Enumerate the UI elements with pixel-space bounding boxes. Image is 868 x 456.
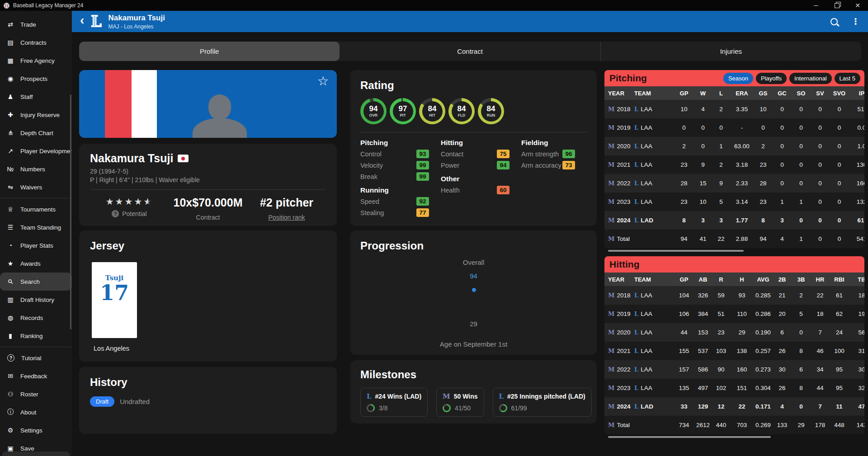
- hitting-hscrollbar[interactable]: [604, 436, 864, 438]
- sidebar-item-waivers[interactable]: ⇋Waivers: [0, 178, 72, 196]
- pitching-row-total: MTotal9441222.88944100541: [604, 230, 864, 248]
- sidebar-item-draft-history[interactable]: ▥Draft History: [0, 291, 72, 309]
- rating-card: Rating 94OVR97PIT84HIT84FLD84RUN Pitchin…: [350, 70, 597, 226]
- sidebar-item-label: Team Standing: [20, 224, 61, 231]
- sidebar-item-depth-chart[interactable]: ⋔Depth Chart: [0, 124, 72, 142]
- hitting-row-2023: M2023LLAA1354971021510.304268449532: [604, 379, 864, 397]
- milestone-team-icon: L: [367, 392, 372, 400]
- restore-icon: [835, 3, 840, 8]
- filter-playoffs[interactable]: Playoffs: [756, 73, 787, 84]
- column-header-2b: 2B: [773, 276, 792, 283]
- sidebar-item-roster[interactable]: ⚇Roster: [0, 385, 72, 403]
- favorite-star-icon[interactable]: ☆: [317, 74, 329, 89]
- stat-row: Arm accuracy73: [521, 160, 587, 171]
- stat-row: Stealing77: [360, 207, 441, 218]
- sidebar-item-records[interactable]: ◍Records: [0, 309, 72, 327]
- tournaments-icon: ♕: [6, 205, 15, 214]
- stat-label: Power: [441, 162, 459, 169]
- tab-injuries[interactable]: Injuries: [601, 42, 861, 61]
- hitting-column-headers: YEARTEAMGPABRHAVG2B3BHRRBITB: [604, 273, 864, 286]
- jersey-card: Jersey Tsuji 17 Los Angeles: [79, 230, 337, 362]
- stat-group-running: Running: [360, 186, 441, 194]
- milestone-card: L#25 Innings pitched (LAD)61/99: [493, 388, 592, 417]
- roster-icon: ⚇: [6, 390, 15, 399]
- pitching-hscrollbar[interactable]: [604, 250, 864, 252]
- column-header-gp: GP: [674, 90, 694, 97]
- column-header-w: W: [694, 90, 712, 97]
- hitting-row-2020: M2020LLAA4415323290.1906072456: [604, 323, 864, 342]
- sidebar-item-team-standing[interactable]: ☰Team Standing: [0, 218, 72, 236]
- sidebar-item-numbers[interactable]: №Numbers: [0, 160, 72, 178]
- stat-group-fielding: Fielding: [521, 139, 587, 147]
- sidebar-item-settings[interactable]: ⚙Settings: [0, 421, 72, 439]
- sidebar-item-trade[interactable]: ⇄Trade: [0, 15, 72, 33]
- filter-last-5[interactable]: Last 5: [835, 73, 860, 84]
- filter-season[interactable]: Season: [723, 73, 753, 84]
- column-header-rbi: RBI: [830, 276, 849, 283]
- back-button[interactable]: ‹: [80, 15, 84, 25]
- hitting-row-2018: M2018LLAA10432659930.285212226118: [604, 286, 864, 305]
- pitching-column-headers: YEARTEAMGPWLERAGSGCSOSVSVOIP: [604, 86, 864, 100]
- player-silhouette-body: [193, 118, 247, 138]
- gauge-fld: 84FLD: [448, 98, 475, 124]
- filter-international[interactable]: International: [789, 73, 832, 84]
- app-window: Baseball Legacy Manager 24 ─ ✕ ⇄Trade▤Co…: [0, 0, 868, 456]
- kebab-menu-icon[interactable]: ⋮: [851, 16, 860, 27]
- sidebar-item-label: Numbers: [20, 166, 45, 173]
- player-header: ‹ L Nakamura Tsuji MAJ - Los Angeles ⋮: [72, 11, 868, 32]
- sidebar-item-ranking[interactable]: ▮Ranking: [0, 327, 72, 345]
- sidebar-item-tutorial[interactable]: ?Tutorial: [0, 349, 72, 367]
- stat-label: Control: [360, 150, 382, 158]
- sidebar-item-label: Prospects: [20, 75, 47, 82]
- pitching-header: Pitching SeasonPlayoffsInternationalLast…: [604, 70, 864, 86]
- records-icon: ◍: [6, 313, 15, 322]
- draft-history-icon: ▥: [6, 295, 15, 304]
- numbers-icon: №: [6, 165, 15, 174]
- hitting-row-2022: M2022LLAA157586901600.273306349530: [604, 360, 864, 379]
- question-icon[interactable]: ?: [112, 210, 119, 217]
- sidebar-item-staff[interactable]: ♟Staff: [0, 88, 72, 106]
- stat-value-badge: 96: [562, 150, 575, 158]
- draft-value: Undrafted: [120, 398, 150, 405]
- awards-icon: ★: [6, 259, 15, 268]
- tab-profile[interactable]: Profile: [79, 42, 340, 61]
- sidebar-item-label: Search: [20, 278, 40, 285]
- depth-chart-icon: ⋔: [6, 128, 15, 137]
- sidebar-item-free-agency[interactable]: ▦Free Agency: [0, 52, 72, 70]
- draft-badge: Draft: [90, 396, 114, 407]
- sidebar-item-label: Awards: [20, 260, 41, 267]
- stat-label: Health: [441, 187, 460, 194]
- column-header-r: R: [712, 276, 730, 283]
- sidebar-item-contracts[interactable]: ▤Contracts: [0, 33, 72, 52]
- sidebar-item-tournaments[interactable]: ♕Tournaments: [0, 200, 72, 218]
- sidebar-item-player-development[interactable]: ↗Player Development: [0, 142, 72, 160]
- column-header-ip: IP: [849, 90, 864, 97]
- column-header-so: SO: [792, 90, 811, 97]
- position-rank-link[interactable]: Position rank: [247, 214, 326, 221]
- milestone-progress: 61/99: [511, 404, 527, 412]
- progression-card: Progression Overall 94 29 Age on Septemb…: [350, 230, 597, 355]
- sidebar-item-prospects[interactable]: ◉Prospects: [0, 70, 72, 88]
- search-icon[interactable]: [830, 18, 838, 25]
- sidebar-item-search[interactable]: ⚲Search: [0, 273, 72, 291]
- sidebar-partial-item[interactable]: [2, 451, 70, 456]
- column-header-gs: GS: [754, 90, 773, 97]
- minimize-button[interactable]: ─: [806, 0, 826, 11]
- progression-age: 29: [350, 320, 597, 328]
- tab-contract[interactable]: Contract: [340, 42, 600, 61]
- close-button[interactable]: ✕: [847, 0, 868, 11]
- progression-series-label: Overall: [350, 259, 597, 266]
- sidebar-item-label: Staff: [20, 94, 33, 100]
- sidebar-item-awards[interactable]: ★Awards: [0, 254, 72, 273]
- sidebar-item-player-stats[interactable]: ◔Player Stats: [0, 236, 72, 254]
- sidebar-scrollbar[interactable]: [70, 94, 71, 329]
- sidebar-item-feedback[interactable]: ✉Feedback: [0, 367, 72, 385]
- sidebar-item-injury-reserve[interactable]: ✚Injury Reserve: [0, 106, 72, 124]
- stat-row: Break99: [360, 171, 441, 182]
- trade-icon: ⇄: [6, 20, 15, 29]
- maximize-button[interactable]: [826, 0, 847, 11]
- stat-label: Stealing: [360, 209, 384, 216]
- sidebar-item-about[interactable]: ⓘAbout: [0, 403, 72, 421]
- milestone-label: #24 Wins (LAD): [375, 393, 422, 400]
- stat-label: Arm strength: [521, 150, 559, 158]
